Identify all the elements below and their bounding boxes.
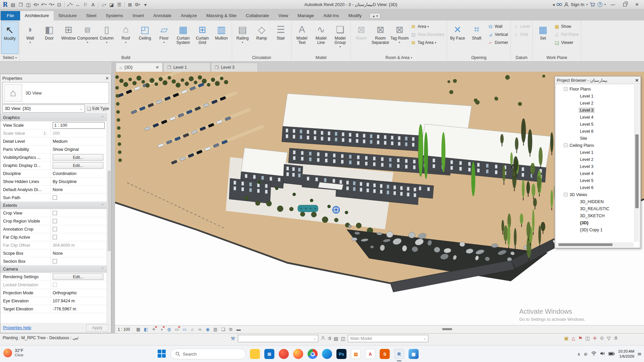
view-tab--3d-[interactable]: ⌂{3D}✕	[116, 63, 163, 72]
panel-label-model[interactable]: Model	[291, 54, 351, 61]
selection-settings-icon[interactable]: ⚙	[600, 336, 604, 341]
vcb-crop-view-off-icon[interactable]: ▭✕	[174, 326, 180, 333]
ribbon-display-toggle[interactable]: ▲ ▾	[370, 13, 380, 19]
ribbon-tab-structure[interactable]: Structure	[54, 11, 82, 20]
ribbon-button-vertical[interactable]: ⊿Vertical	[486, 32, 509, 38]
qat-save[interactable]: ◫	[24, 1, 32, 9]
ribbon-button-modify[interactable]: ↖Modify	[1, 21, 18, 54]
ribbon-button-window[interactable]: ⊞Window	[59, 21, 78, 54]
ribbon-button-door[interactable]: ◧Door	[40, 21, 59, 54]
close-button[interactable]: ✕	[632, 1, 642, 9]
filter-icon[interactable]: ▽	[607, 336, 611, 341]
help-icon[interactable]: ?	[597, 2, 602, 7]
ribbon-button-model-text[interactable]: AModel Text	[292, 21, 311, 54]
property-row[interactable]: Scope BoxNone	[0, 249, 107, 257]
vcb-temporary-hide-isolate-icon[interactable]: ∞	[197, 326, 203, 333]
property-row[interactable]: Visibility/Graphics ...Edit...	[0, 154, 107, 162]
type-preview[interactable]: ⌂ 3D View	[2, 82, 109, 104]
design-options-icon[interactable]: ▤	[334, 336, 338, 341]
taskbar-app-file-explorer[interactable]	[250, 349, 260, 359]
panel-label-datum[interactable]: Datum	[511, 54, 532, 61]
ribbon-tab-annotate[interactable]: Annotate	[149, 11, 176, 20]
project-browser-hscrollbar[interactable]	[556, 242, 634, 247]
taskbar-clock[interactable]: 10:20 AM1/6/2026	[618, 349, 635, 359]
property-row[interactable]: Sun Path	[0, 194, 107, 202]
properties-help-link[interactable]: Properties help	[3, 325, 31, 330]
ribbon-button-tag-area[interactable]: ⊠Tag Area▾	[409, 40, 446, 46]
workset-dropdown[interactable]: ⌄	[238, 335, 318, 342]
vcb-detail-level-icon[interactable]: ▦	[135, 326, 142, 333]
ribbon-button-room-separator[interactable]: ⊠Room Separator	[371, 21, 390, 54]
collapse-section-icon[interactable]: ⌃	[101, 116, 107, 119]
property-row[interactable]: Far Clip Active	[0, 233, 107, 241]
edit-type-button[interactable]: ❏ Edit Type	[87, 106, 109, 111]
tree-node-3d-views[interactable]: −3D Views	[559, 191, 634, 198]
ribbon-tab-add-ins[interactable]: Add-Ins	[319, 11, 344, 20]
tree-item-level-6[interactable]: Level 6	[559, 184, 634, 191]
chevron-down-icon[interactable]: ▾	[586, 3, 588, 6]
checkbox[interactable]	[53, 195, 57, 200]
panel-label-circulation[interactable]: Circulation	[232, 54, 291, 61]
store-cart-icon[interactable]	[590, 2, 595, 7]
panel-label-select[interactable]: Select▾	[0, 54, 19, 61]
checkbox[interactable]	[53, 227, 57, 231]
editable-only-icon[interactable]	[321, 336, 325, 341]
qat-aligned-dimension[interactable]: ↔	[74, 1, 82, 9]
property-row[interactable]: Annotation Crop	[0, 225, 107, 233]
ribbon-button-roof[interactable]: ⌂Roof▾	[116, 21, 135, 54]
qat-thin-lines[interactable]: ☰	[115, 1, 123, 9]
tree-item-3d-hidden[interactable]: 3D_HIDDEN	[559, 198, 634, 205]
edit-button[interactable]: Edit...	[53, 274, 103, 280]
collapse-icon[interactable]: −	[564, 143, 568, 147]
properties-scrollbar[interactable]	[107, 114, 111, 323]
ribbon-button-area[interactable]: ⊠Area▾	[409, 23, 446, 29]
horizontal-scrollbar[interactable]	[442, 328, 452, 330]
taskbar-app-edge[interactable]	[322, 349, 332, 359]
ribbon-button-railing[interactable]: ▤Railing▾	[233, 21, 252, 54]
ribbon-button-wall[interactable]: ◗Wall▾	[21, 21, 40, 54]
taskbar-app-revit[interactable]: R	[394, 349, 404, 359]
tree-item-3d-sketch[interactable]: 3D_SKETCH	[559, 212, 634, 219]
tree-item-3d-realistic[interactable]: 3D_REALISTIC	[559, 205, 634, 212]
tree-item-level-1[interactable]: Level 1	[559, 149, 634, 156]
design-option-dropdown[interactable]: Main Model⌄	[348, 335, 428, 342]
properties-close-icon[interactable]: ✕	[105, 76, 109, 81]
ribbon-button-by-face[interactable]: ✕By Face	[448, 21, 467, 54]
hidden-icons-chevron[interactable]: ∧	[577, 352, 581, 357]
vcb-visual-style-icon[interactable]: ◧	[143, 326, 149, 333]
taskbar-app-photos[interactable]: ▣	[409, 349, 419, 359]
vcb-temporary-view-properties-icon[interactable]: ▥	[212, 326, 219, 333]
tree-item-level-5[interactable]: Level 5	[559, 121, 634, 128]
tree-item-level-1[interactable]: Level 1	[559, 93, 634, 100]
ribbon-button-curtain-system[interactable]: ▦Curtain System	[174, 21, 193, 54]
vcb-highlight-displacement-sets-icon[interactable]: ❏	[220, 326, 226, 333]
vcb-shadows-off-icon[interactable]: ◑✕	[158, 326, 165, 333]
property-row[interactable]: Far Clip Offset304.8000 m	[0, 241, 107, 249]
tree-item--3d-[interactable]: {3D}	[559, 219, 634, 226]
ribbon-tab-view[interactable]: View	[274, 11, 293, 20]
qat-revit-logo[interactable]: R	[1, 1, 9, 9]
tree-node-ceiling-plans[interactable]: −Ceiling Plans	[559, 142, 634, 149]
ribbon-button-dormer[interactable]: ⌐Dormer	[486, 40, 509, 46]
property-row[interactable]: Crop Region Visible	[0, 217, 107, 225]
help-chevron-icon[interactable]: ▾	[604, 3, 606, 6]
collapse-section-icon[interactable]: ⌃	[101, 203, 107, 207]
notification-center-icon[interactable]: ✉	[638, 352, 641, 357]
ribbon-tab-massing-site[interactable]: Massing & Site	[202, 11, 241, 20]
qat-sync-with-central[interactable]: ⟲▾	[32, 1, 40, 9]
collapse-icon[interactable]: −	[564, 193, 568, 196]
ribbon-button-model-group[interactable]: ❏Model Group▾	[331, 21, 350, 54]
ribbon-button-floor[interactable]: ▱Floor▾	[155, 21, 173, 54]
taskbar-app-chrome[interactable]	[308, 349, 318, 359]
ribbon-tab-manage[interactable]: Manage	[293, 11, 319, 20]
tree-item--3d-copy-1[interactable]: {3D} Copy 1	[559, 226, 634, 233]
drag-elements-on-selection-icon[interactable]: ✛	[593, 336, 597, 341]
select-elements-by-face-icon[interactable]: ◫	[585, 336, 590, 341]
property-row[interactable]: Detail LevelMedium	[0, 137, 107, 145]
ribbon-button-tag-room[interactable]: ⊠Tag Room▾	[390, 21, 409, 54]
taskbar-app-app-orange[interactable]: S	[380, 349, 390, 359]
select-underlay-elements-icon[interactable]: △	[572, 336, 575, 341]
property-row[interactable]: Section Box	[0, 257, 107, 265]
ribbon-button-model-line[interactable]: ∿Model Line	[312, 21, 330, 54]
panel-label-build[interactable]: Build	[20, 54, 232, 61]
